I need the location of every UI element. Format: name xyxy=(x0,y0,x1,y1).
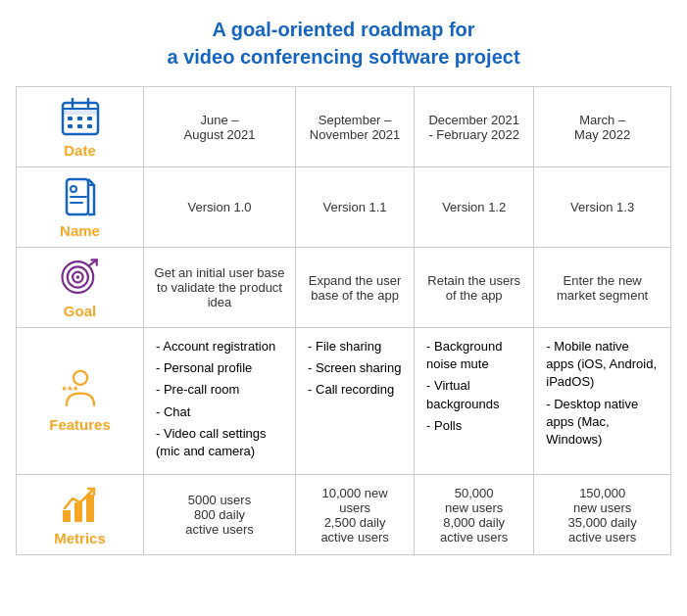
date-label: Date xyxy=(64,142,96,159)
date-row-header: Date xyxy=(17,87,144,167)
svg-rect-7 xyxy=(87,117,92,120)
page-title: A goal-oriented roadmap for a video conf… xyxy=(167,16,519,71)
name-row: Name Version 1.0 Version 1.1 Version 1.2… xyxy=(17,167,671,248)
name-col3: Version 1.2 xyxy=(415,167,534,248)
metrics-col4: 150,000new users35,000 dailyactive users xyxy=(534,475,671,555)
metrics-icon xyxy=(59,483,102,526)
calendar-icon xyxy=(59,95,102,138)
metrics-row: Metrics 5000 users800 dailyactive users … xyxy=(17,475,671,555)
features-col4: Mobile native apps (iOS, Android, iPadOS… xyxy=(534,328,671,475)
svg-marker-23 xyxy=(61,386,67,392)
svg-marker-24 xyxy=(67,386,73,392)
features-col2: File sharing Screen sharing Call recordi… xyxy=(296,328,415,475)
name-col4: Version 1.3 xyxy=(534,167,671,248)
goal-col2: Expand the user base of the app xyxy=(296,248,415,328)
date-col2: September –November 2021 xyxy=(296,87,415,167)
goal-col1: Get an initial user base to validate the… xyxy=(144,248,296,328)
svg-rect-26 xyxy=(63,510,71,522)
goal-row-header: Goal xyxy=(17,248,144,328)
metrics-col1: 5000 users800 dailyactive users xyxy=(144,475,296,555)
goal-row: Goal Get an initial user base to validat… xyxy=(17,248,671,328)
svg-rect-6 xyxy=(77,117,82,120)
name-col2: Version 1.1 xyxy=(296,167,415,248)
date-col3: December 2021- February 2022 xyxy=(415,87,534,167)
svg-rect-9 xyxy=(77,124,82,128)
name-icon xyxy=(59,175,102,218)
svg-point-18 xyxy=(75,275,79,279)
goal-label: Goal xyxy=(64,303,96,319)
date-row: Date June –August 2021 September –Novemb… xyxy=(17,87,671,167)
svg-point-22 xyxy=(73,371,86,385)
features-col3: Background noise mute Virtual background… xyxy=(415,328,534,475)
goal-icon xyxy=(59,256,102,299)
features-icon xyxy=(59,369,102,412)
name-col1: Version 1.0 xyxy=(144,167,296,248)
svg-rect-27 xyxy=(74,502,82,522)
svg-rect-5 xyxy=(68,117,73,120)
metrics-label: Metrics xyxy=(54,530,106,546)
svg-rect-8 xyxy=(68,124,73,128)
svg-rect-10 xyxy=(87,124,92,128)
name-row-header: Name xyxy=(17,167,144,248)
svg-point-12 xyxy=(71,186,76,192)
metrics-col2: 10,000 new users2,500 dailyactive users xyxy=(296,475,415,555)
roadmap-table: Date June –August 2021 September –Novemb… xyxy=(16,86,671,555)
svg-marker-25 xyxy=(73,386,78,392)
goal-col4: Enter the new market segment xyxy=(534,248,671,328)
metrics-col3: 50,000new users8,000 dailyactive users xyxy=(415,475,534,555)
date-col1: June –August 2021 xyxy=(144,87,296,167)
features-label: Features xyxy=(49,416,111,433)
features-col1: Account registration Personal profile Pr… xyxy=(144,328,296,475)
goal-col3: Retain the users of the app xyxy=(415,248,534,328)
features-row-header: Features xyxy=(17,328,144,475)
features-row: Features Account registration Personal p… xyxy=(17,328,671,475)
metrics-row-header: Metrics xyxy=(17,475,144,555)
date-col4: March –May 2022 xyxy=(534,87,671,167)
name-label: Name xyxy=(60,222,100,239)
svg-rect-28 xyxy=(86,495,94,522)
